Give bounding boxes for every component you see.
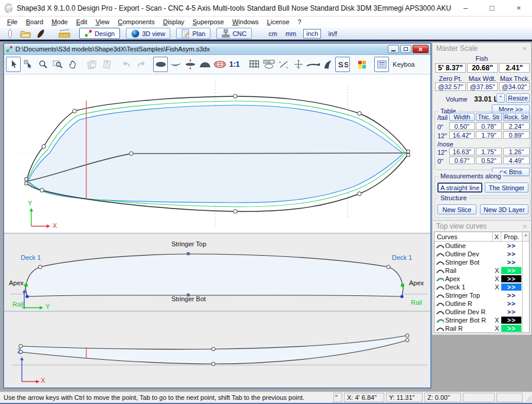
curve-row[interactable]: Outline >>	[434, 242, 529, 250]
curve-row[interactable]: Outline Dev R >>	[434, 308, 529, 316]
col-thic-button[interactable]: Thic. Str	[476, 113, 502, 121]
unit-inf[interactable]: in/f	[327, 30, 338, 38]
tail-row2-thic[interactable]: 1.79"	[476, 131, 502, 139]
prop-button[interactable]: >>	[501, 300, 521, 307]
cnc-mode-button[interactable]: CNC	[216, 28, 252, 39]
menu-superpose[interactable]: Superpose	[189, 18, 228, 25]
open-file-icon[interactable]	[19, 28, 32, 39]
prop-button[interactable]: >>	[501, 284, 521, 291]
menu-board[interactable]: Board	[22, 18, 47, 25]
board-length[interactable]: 5' 8.37"	[435, 63, 466, 73]
profile-view[interactable]: Z X	[4, 311, 430, 387]
menu-view[interactable]: View	[92, 18, 114, 25]
unit-mm[interactable]: mm	[284, 30, 297, 38]
tail-row1-width[interactable]: 0.50"	[449, 122, 475, 130]
keyboard-label[interactable]: Keyboa	[392, 61, 416, 68]
close-button[interactable]: ×	[505, 0, 532, 16]
resize-button[interactable]: Resize	[506, 93, 530, 103]
zoom-tool-icon[interactable]	[35, 57, 50, 72]
top-view[interactable]: Y X	[4, 74, 430, 233]
plan-mode-button[interactable]: Plan	[176, 28, 210, 39]
col-width-button[interactable]: Width	[449, 113, 475, 121]
pan-tool-icon[interactable]	[65, 57, 80, 72]
prop-button[interactable]: >>	[501, 292, 521, 299]
redo-icon[interactable]	[134, 57, 148, 72]
curve-row[interactable]: Deck 1 X >>	[434, 283, 529, 291]
zero-pt-value[interactable]: @32.57"	[435, 82, 466, 91]
dimensions-icon[interactable]	[58, 28, 71, 39]
nose-row2-rock[interactable]: 4.49"	[503, 157, 530, 164]
prop-button[interactable]: >>	[501, 242, 521, 249]
menu-license[interactable]: License	[263, 18, 294, 25]
stringer-button[interactable]: The Stringer	[485, 183, 528, 193]
paste-tool-icon[interactable]	[99, 57, 114, 72]
doc-restore-button[interactable]	[400, 45, 411, 53]
minimize-button[interactable]: –	[452, 0, 479, 16]
prop-header[interactable]: Prop.	[501, 233, 523, 240]
slices-panel-icon[interactable]	[261, 57, 276, 72]
thickness-view-icon[interactable]	[183, 57, 197, 72]
document-titlebar[interactable]: D:\Documents\S3d models\Shape3dX\TestSam…	[4, 44, 430, 55]
menu-help[interactable]: ?	[294, 18, 306, 25]
center-cross-icon[interactable]	[291, 57, 306, 72]
doc-minimize-button[interactable]	[388, 45, 399, 53]
curve-row[interactable]: Outline Dev >>	[434, 250, 529, 258]
new-3d-layer-button[interactable]: New 3D Layer	[480, 204, 528, 214]
slice-view[interactable]: Stringer Top Deck 1 Deck 1 Apex Apex Str…	[4, 233, 430, 311]
prop-button[interactable]: >>	[501, 267, 521, 274]
nose-row1-thic[interactable]: 1.75"	[476, 148, 502, 155]
curve-row[interactable]: Outline R >>	[434, 299, 529, 308]
design-mode-button[interactable]: Design	[79, 28, 120, 39]
fin-icon[interactable]	[320, 57, 335, 72]
undo-icon[interactable]	[119, 57, 134, 72]
profile-curve-icon[interactable]	[306, 57, 320, 72]
zoom-rect-tool-icon[interactable]	[50, 57, 65, 72]
unit-cm[interactable]: cm	[267, 30, 278, 38]
maximize-button[interactable]: □	[479, 0, 505, 16]
x-header[interactable]: X	[493, 232, 501, 241]
grid-icon[interactable]	[246, 57, 261, 72]
prop-button[interactable]: >>	[501, 250, 521, 258]
board-thickness[interactable]: 2.41"	[499, 63, 530, 73]
prop-button[interactable]: >>	[501, 325, 521, 332]
master-scale-close-icon[interactable]: ✕	[523, 45, 527, 52]
scroll-up-icon[interactable]: ▴	[522, 232, 529, 241]
curves-header[interactable]: Curves	[434, 232, 493, 241]
menu-mode[interactable]: Mode	[47, 18, 72, 25]
prop-button[interactable]: >>	[501, 317, 521, 324]
curves-panel-titlebar[interactable]: Top view curves ✕	[433, 221, 531, 232]
copy-tool-icon[interactable]	[85, 57, 99, 72]
curves-panel-close-icon[interactable]: ✕	[523, 223, 527, 230]
unit-toggle-button[interactable]: "	[497, 93, 505, 103]
max-wdt-value[interactable]: @37.85"	[467, 82, 498, 91]
stringer-icon[interactable]: SS	[335, 57, 350, 72]
select-tool-icon[interactable]	[6, 57, 21, 72]
prop-button[interactable]: >>	[501, 308, 521, 315]
rocker-view-icon[interactable]	[168, 57, 183, 72]
outline-view-icon[interactable]	[153, 57, 168, 72]
board-width[interactable]: 20.68"	[467, 63, 498, 73]
menu-edit[interactable]: Edit	[72, 18, 92, 25]
tail-row2-rock[interactable]: 0.89"	[503, 131, 530, 139]
doc-close-button[interactable]: ✕	[413, 45, 429, 53]
straight-line-button[interactable]: A straight line	[437, 183, 482, 193]
nose-row1-rock[interactable]: 1.26"	[503, 148, 530, 155]
3dview-mode-button[interactable]: 3D view	[126, 28, 170, 39]
menu-file[interactable]: File	[3, 18, 22, 25]
curve-row[interactable]: Stringer Bot R X >>	[434, 316, 529, 324]
new-board-icon[interactable]	[4, 28, 17, 39]
save-board-icon[interactable]	[34, 28, 47, 39]
nose-row2-thic[interactable]: 0.52"	[476, 157, 502, 164]
select-points-tool-icon[interactable]	[21, 57, 35, 72]
curve-row[interactable]: Stringer Top >>	[434, 291, 529, 299]
zoom-1to1-button[interactable]: 1:1	[227, 57, 242, 72]
tail-row2-width[interactable]: 16.42"	[449, 131, 475, 139]
resize-grip[interactable]	[524, 393, 532, 402]
prop-button[interactable]: >>	[501, 275, 521, 282]
nose-row1-width[interactable]: 16.63"	[449, 148, 475, 155]
menu-windows[interactable]: Windows	[228, 18, 263, 25]
prop-button[interactable]: >>	[501, 259, 521, 266]
new-slice-button[interactable]: New Slice	[437, 204, 476, 214]
measure-icon[interactable]: xx	[276, 57, 291, 72]
master-scale-titlebar[interactable]: Master Scale ✕	[433, 43, 531, 54]
